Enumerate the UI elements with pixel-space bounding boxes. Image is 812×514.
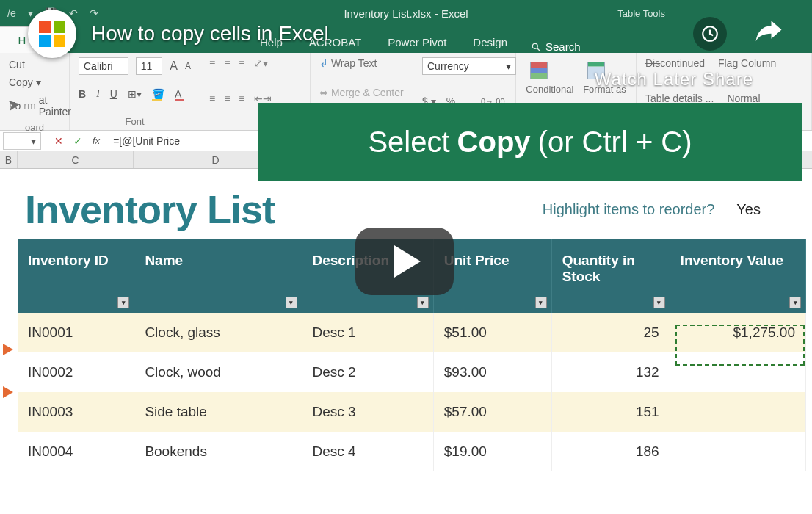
reorder-flag-icon	[3, 386, 13, 398]
cell-qty[interactable]: 132	[551, 352, 670, 392]
filter-icon[interactable]: ▾	[789, 297, 801, 308]
cell-id[interactable]: IN0003	[18, 392, 134, 432]
cell-name[interactable]: Side table	[134, 392, 302, 432]
cell-id[interactable]: IN0004	[18, 432, 134, 471]
align-bottom-icon[interactable]: ≡	[239, 57, 244, 69]
th-name[interactable]: Name▾	[134, 239, 302, 313]
formula-text[interactable]: =[@[Unit Price	[100, 135, 180, 147]
caption-post: (or Ctrl + C)	[538, 126, 692, 159]
table-row[interactable]: IN0004BookendsDesc 4$19.00186	[18, 432, 806, 471]
group-font: Calibri 11 A A B I U ⊞▾ 🪣 A Font	[70, 53, 200, 130]
search-box[interactable]: Search	[531, 40, 581, 53]
tab-power-pivot[interactable]: Power Pivot	[385, 32, 449, 53]
table-row[interactable]: IN0002Clock, woodDesc 2$93.00132	[18, 352, 806, 392]
cut-button[interactable]: Cut	[9, 57, 60, 72]
cell-desc[interactable]: Desc 1	[302, 313, 433, 352]
copy-button[interactable]: Copy ▾	[9, 75, 60, 90]
watch-later-button[interactable]	[693, 17, 727, 51]
cell-desc[interactable]: Desc 4	[302, 432, 433, 471]
watch-later-share-label: Watch Later Share	[595, 69, 753, 90]
conditional-formatting-button[interactable]: Conditional	[526, 57, 573, 95]
col-header-C[interactable]: C	[18, 151, 134, 168]
search-label: Search	[545, 40, 581, 53]
caption-pre: Select	[368, 126, 449, 159]
orientation-icon[interactable]: ⤢▾	[254, 57, 268, 69]
col-header-B[interactable]: B	[0, 151, 18, 168]
table-tools-tab[interactable]: Table Tools	[617, 8, 665, 19]
align-middle-icon[interactable]: ≡	[224, 57, 230, 69]
cell-id[interactable]: IN0001	[18, 313, 134, 352]
play-button[interactable]	[355, 228, 454, 295]
worksheet[interactable]: Inventory List Highlight items to reorde…	[0, 169, 812, 514]
cell-price[interactable]: $19.00	[433, 432, 551, 471]
tab-acrobat[interactable]: ACROBAT	[306, 32, 364, 53]
highlight-answer[interactable]: Yes	[736, 201, 761, 218]
filter-icon[interactable]: ▾	[117, 297, 129, 308]
cell-price[interactable]: $93.00	[433, 352, 551, 392]
cell-price[interactable]: $57.00	[433, 392, 551, 432]
group-label-clipboard: oard	[9, 119, 60, 133]
redo-icon[interactable]: ↷	[90, 7, 98, 19]
cell-qty[interactable]: 151	[551, 392, 670, 432]
filter-icon[interactable]: ▾	[535, 297, 547, 308]
style-discontinued[interactable]: Discontinued	[645, 57, 705, 69]
cell-value[interactable]	[670, 392, 805, 432]
filter-icon[interactable]: ▾	[417, 297, 429, 308]
th-quantity[interactable]: Quantity in Stock▾	[551, 239, 670, 313]
cell-value[interactable]: $1,275.00	[670, 313, 805, 352]
align-right-icon[interactable]: ≡	[239, 93, 244, 104]
cell-name[interactable]: Bookends	[134, 432, 302, 471]
channel-avatar[interactable]	[28, 10, 76, 58]
cell-value[interactable]	[670, 352, 805, 392]
align-top-icon[interactable]: ≡	[209, 57, 215, 69]
cell-desc[interactable]: Desc 3	[302, 392, 433, 432]
group-label-font: Font	[79, 113, 191, 127]
formula-enter-icon[interactable]: ✓	[73, 135, 82, 147]
font-size-dropdown[interactable]: 11	[136, 57, 163, 75]
align-center-icon[interactable]: ≡	[224, 93, 230, 104]
font-color-icon[interactable]: A	[175, 88, 181, 100]
cell-name[interactable]: Clock, glass	[134, 313, 302, 352]
cell-id[interactable]: IN0002	[18, 352, 134, 392]
cell-qty[interactable]: 25	[551, 313, 670, 352]
fx-icon[interactable]: fx	[93, 135, 100, 146]
th-inventory-id[interactable]: Inventory ID▾	[18, 239, 134, 313]
cell-desc[interactable]: Desc 2	[302, 352, 433, 392]
button-partial: /e	[7, 7, 16, 19]
excel-titlebar: /e ▾ 💾 ↶ ↷ Inventory List.xlsx - Excel T…	[0, 0, 812, 26]
cell-name[interactable]: Clock, wood	[134, 352, 302, 392]
border-icon[interactable]: ⊞▾	[128, 88, 142, 100]
style-flag-column[interactable]: Flag Column	[718, 57, 776, 69]
increase-font-icon[interactable]: A	[170, 59, 178, 73]
underline-button[interactable]: U	[110, 88, 117, 100]
italic-button[interactable]: I	[96, 88, 100, 100]
cell-price[interactable]: $51.00	[433, 313, 551, 352]
filter-icon[interactable]: ▾	[286, 297, 297, 308]
cell-value[interactable]	[670, 432, 805, 471]
th-inventory-value[interactable]: Inventory Value▾	[670, 239, 805, 313]
table-row[interactable]: IN0001Clock, glassDesc 1$51.0025$1,275.0…	[18, 313, 806, 352]
formula-cancel-icon[interactable]: ✕	[54, 135, 63, 147]
highlight-question: Highlight items to reorder?	[543, 201, 715, 218]
font-name-dropdown[interactable]: Calibri	[79, 57, 128, 75]
cell-qty[interactable]: 186	[551, 432, 670, 471]
page-title: Inventory List	[25, 187, 275, 232]
reorder-flag-icon	[3, 344, 13, 355]
caption-strong: Copy	[450, 126, 538, 159]
align-left-icon[interactable]: ≡	[209, 93, 215, 104]
tab-design[interactable]: Design	[470, 32, 510, 53]
decrease-font-icon[interactable]: A	[185, 61, 191, 71]
svg-point-0	[532, 43, 537, 48]
play-icon	[394, 245, 421, 278]
tab-help[interactable]: Help	[257, 32, 286, 53]
wrap-text-button[interactable]: ↲ Wrap Text	[319, 57, 377, 69]
window-title: Inventory List.xlsx - Excel	[0, 7, 812, 20]
filter-icon[interactable]: ▾	[653, 297, 665, 308]
bold-button[interactable]: B	[79, 88, 86, 100]
number-format-dropdown[interactable]: Currency▾	[422, 57, 516, 75]
share-button[interactable]	[753, 17, 784, 51]
fill-color-icon[interactable]: 🪣	[152, 88, 164, 100]
name-box[interactable]: ▾	[3, 132, 41, 150]
microsoft-logo-icon	[39, 21, 65, 47]
table-row[interactable]: IN0003Side tableDesc 3$57.00151	[18, 392, 806, 432]
